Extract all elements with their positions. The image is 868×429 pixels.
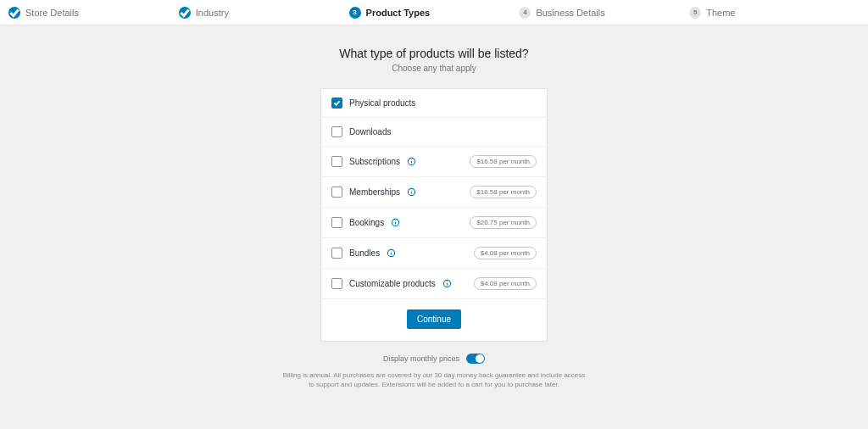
checkbox-icon[interactable] (331, 217, 342, 228)
info-icon[interactable] (407, 157, 416, 166)
check-icon (179, 7, 191, 19)
monthly-prices-toggle[interactable] (466, 354, 485, 364)
continue-button[interactable]: Continue (407, 309, 461, 329)
step-number-icon: 5 (689, 7, 701, 19)
step-label: Store Details (25, 8, 79, 18)
step-industry[interactable]: Industry (179, 7, 349, 19)
price-badge: $20.75 per month (470, 216, 537, 229)
step-theme[interactable]: 5 Theme (689, 7, 860, 19)
info-icon[interactable] (391, 218, 400, 227)
svg-point-14 (447, 281, 448, 282)
price-badge: $4.08 per month (474, 277, 537, 290)
svg-point-11 (391, 251, 392, 252)
option-label: Subscriptions (349, 157, 400, 166)
check-icon (8, 7, 20, 19)
step-number-icon: 4 (519, 7, 531, 19)
checkbox-icon[interactable] (331, 278, 342, 289)
main-content: What type of products will be listed? Ch… (0, 25, 868, 389)
step-label: Business Details (536, 8, 604, 18)
setup-stepper: Store Details Industry 3 Product Types 4… (0, 0, 868, 25)
page-subtitle: Choose any that apply (392, 64, 476, 73)
price-badge: $4.08 per month (474, 247, 537, 259)
checkbox-icon[interactable] (331, 98, 342, 109)
product-types-card: Physical products Downloads Subscription… (320, 88, 548, 342)
option-label: Memberships (349, 187, 400, 197)
info-icon[interactable] (407, 187, 416, 197)
pricing-footer: Display monthly prices Billing is annual… (281, 354, 587, 389)
step-product-types[interactable]: 3 Product Types (349, 7, 520, 19)
option-label: Physical products (349, 98, 415, 108)
option-label: Bundles (349, 248, 380, 258)
checkbox-icon[interactable] (331, 126, 342, 137)
checkbox-icon[interactable] (331, 248, 342, 259)
price-badge: $16.58 per month (470, 155, 537, 168)
step-store-details[interactable]: Store Details (8, 7, 179, 19)
step-label: Product Types (366, 8, 431, 18)
svg-point-8 (395, 220, 396, 221)
checkbox-icon[interactable] (331, 156, 342, 167)
option-downloads[interactable]: Downloads (321, 118, 547, 147)
billing-disclaimer: Billing is annual. All purchases are cov… (281, 370, 587, 389)
option-bookings[interactable]: Bookings $20.75 per month (321, 208, 547, 238)
option-label: Bookings (349, 218, 384, 227)
toggle-label: Display monthly prices (383, 354, 459, 363)
step-business-details[interactable]: 4 Business Details (519, 7, 689, 19)
option-customizable-products[interactable]: Customizable products $4.08 per month (321, 269, 547, 299)
price-badge: $16.58 per month (470, 186, 537, 198)
svg-point-2 (411, 159, 412, 160)
step-label: Theme (706, 8, 735, 18)
option-label: Customizable products (349, 279, 436, 288)
option-physical-products[interactable]: Physical products (321, 89, 547, 118)
svg-point-5 (411, 190, 412, 191)
option-memberships[interactable]: Memberships $16.58 per month (321, 177, 547, 208)
page-title: What type of products will be listed? (339, 47, 528, 60)
info-icon[interactable] (387, 248, 396, 258)
step-number-icon: 3 (349, 7, 361, 19)
step-label: Industry (196, 8, 229, 18)
info-icon[interactable] (442, 279, 452, 288)
option-label: Downloads (349, 127, 391, 136)
checkbox-icon[interactable] (331, 187, 342, 198)
option-bundles[interactable]: Bundles $4.08 per month (321, 238, 547, 269)
option-subscriptions[interactable]: Subscriptions $16.58 per month (321, 147, 547, 177)
